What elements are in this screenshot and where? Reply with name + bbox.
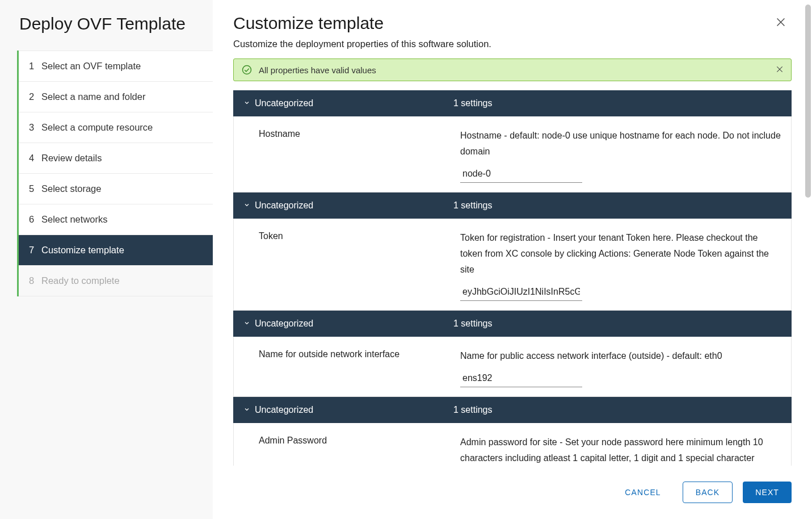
page-subtitle: Customize the deployment properties of t…	[233, 39, 792, 49]
sidebar-title: Deploy OVF Template	[17, 14, 213, 34]
step-select-compute-resource[interactable]: 3 Select a compute resource	[19, 112, 213, 143]
wizard-sidebar: Deploy OVF Template 1 Select an OVF temp…	[0, 0, 213, 519]
step-number: 6	[29, 214, 41, 225]
setting-description: Admin password for site - Set your node …	[460, 434, 781, 466]
step-number: 5	[29, 183, 41, 194]
close-icon[interactable]	[770, 14, 792, 33]
category-count: 1 settings	[453, 405, 781, 415]
step-select-ovf-template[interactable]: 1 Select an OVF template	[19, 51, 213, 82]
step-number: 7	[29, 245, 41, 256]
cancel-button[interactable]: CANCEL	[613, 482, 672, 503]
step-customize-template[interactable]: 7 Customize template	[19, 235, 213, 266]
setting-label: Admin Password	[259, 434, 460, 466]
step-number: 4	[29, 153, 41, 164]
next-button[interactable]: NEXT	[743, 482, 792, 503]
chevron-down-icon	[243, 98, 255, 108]
step-label: Customize template	[41, 245, 124, 256]
check-circle-icon	[242, 65, 252, 75]
step-label: Ready to complete	[41, 275, 120, 286]
setting-description: Name for public access network interface…	[460, 348, 781, 364]
category-count: 1 settings	[453, 98, 781, 108]
category-name: Uncategorized	[255, 200, 453, 211]
step-select-networks[interactable]: 6 Select networks	[19, 204, 213, 235]
category-name: Uncategorized	[255, 98, 453, 108]
setting-row-hostname: Hostname Hostname - default: node-0 use …	[233, 116, 792, 192]
step-select-storage[interactable]: 5 Select storage	[19, 174, 213, 204]
step-label: Select storage	[41, 183, 101, 194]
category-header[interactable]: Uncategorized 1 settings	[233, 192, 792, 219]
category-count: 1 settings	[453, 200, 781, 211]
wizard-footer: CANCEL BACK NEXT	[233, 466, 792, 519]
back-button[interactable]: BACK	[683, 482, 733, 503]
setting-label: Hostname	[259, 128, 460, 183]
validation-text: All properties have valid values	[259, 65, 376, 75]
setting-label: Token	[259, 230, 460, 301]
step-number: 8	[29, 275, 41, 286]
step-label: Select a name and folder	[41, 91, 145, 102]
validation-banner: All properties have valid values	[233, 58, 792, 81]
banner-close-icon[interactable]	[775, 64, 784, 76]
scrollbar[interactable]	[805, 5, 811, 198]
step-label: Select networks	[41, 214, 107, 225]
step-label: Select an OVF template	[41, 61, 141, 72]
step-select-name-folder[interactable]: 2 Select a name and folder	[19, 82, 213, 112]
chevron-down-icon	[243, 200, 255, 211]
chevron-down-icon	[243, 405, 255, 415]
step-number: 3	[29, 122, 41, 133]
step-number: 1	[29, 61, 41, 72]
chevron-down-icon	[243, 319, 255, 329]
category-name: Uncategorized	[255, 319, 453, 329]
step-number: 2	[29, 91, 41, 102]
setting-row-outside-interface: Name for outside network interface Name …	[233, 337, 792, 397]
step-review-details[interactable]: 4 Review details	[19, 143, 213, 174]
main-panel: Customize template Customize the deploym…	[213, 0, 812, 519]
step-ready-to-complete: 8 Ready to complete	[19, 266, 213, 296]
settings-scroll[interactable]: Uncategorized 1 settings Hostname Hostna…	[233, 90, 792, 466]
step-label: Select a compute resource	[41, 122, 153, 133]
category-count: 1 settings	[453, 319, 781, 329]
setting-label: Name for outside network interface	[259, 348, 460, 387]
wizard-steps: 1 Select an OVF template 2 Select a name…	[17, 51, 213, 296]
setting-row-token: Token Token for registration - Insert yo…	[233, 219, 792, 311]
category-header[interactable]: Uncategorized 1 settings	[233, 397, 792, 423]
setting-description: Token for registration - Insert your ten…	[460, 230, 781, 278]
page-title: Customize template	[233, 14, 384, 33]
category-header[interactable]: Uncategorized 1 settings	[233, 311, 792, 337]
setting-description: Hostname - default: node-0 use unique ho…	[460, 128, 781, 160]
step-label: Review details	[41, 153, 102, 164]
token-input[interactable]	[460, 284, 582, 301]
setting-row-admin-password: Admin Password Admin password for site -…	[233, 423, 792, 466]
outside-interface-input[interactable]	[460, 371, 582, 387]
svg-point-2	[243, 66, 251, 74]
category-header[interactable]: Uncategorized 1 settings	[233, 90, 792, 116]
category-name: Uncategorized	[255, 405, 453, 415]
hostname-input[interactable]	[460, 166, 582, 183]
